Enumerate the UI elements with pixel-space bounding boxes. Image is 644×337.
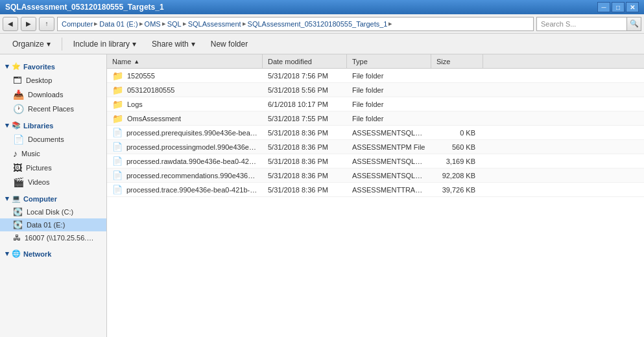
maximize-button[interactable]: □ [612, 2, 625, 12]
sidebar-item-music[interactable]: ♪ Music [0, 146, 106, 161]
column-header-type[interactable]: Type [347, 54, 431, 68]
table-row[interactable]: 📄 processed.trace.990e436e-bea0-421b-845… [107, 183, 644, 197]
toolbar: Organize ▾ Include in library ▾ Share wi… [0, 34, 644, 54]
sidebar-item-videos[interactable]: 🎬 Videos [0, 175, 106, 189]
share-label: Share with [152, 40, 189, 49]
file-size-cell: 0 KB [431, 129, 483, 137]
documents-icon: 📄 [13, 134, 24, 145]
file-icon: 📄 [112, 128, 123, 137]
file-date-cell: 6/1/2018 10:17 PM [263, 100, 347, 108]
toolbar-separator-1 [62, 38, 62, 51]
title-bar: SQLAssessment_053120180555_Targets_1 ─ □… [0, 0, 644, 14]
table-row[interactable]: 📁 1520555 5/31/2018 7:56 PM File folder [107, 69, 644, 83]
libraries-header[interactable]: ▾ 📚 Libraries [0, 119, 106, 132]
share-with-button[interactable]: Share with ▾ [145, 36, 202, 52]
libraries-chevron-icon: ▾ [5, 121, 9, 130]
file-type-cell: ASSESSMENTSQLR... [347, 157, 431, 165]
minimize-button[interactable]: ─ [597, 2, 610, 12]
sidebar-item-downloads[interactable]: 📥 Downloads [0, 87, 106, 102]
address-path[interactable]: Computer ▸ Data 01 (E:) ▸ OMS ▸ SQL ▸ SQ… [57, 17, 534, 31]
back-button[interactable]: ◀ [3, 17, 18, 31]
path-sql[interactable]: SQL [167, 20, 182, 28]
videos-icon: 🎬 [13, 177, 24, 187]
address-bar: ◀ ▶ ↑ Computer ▸ Data 01 (E:) ▸ OMS ▸ SQ… [0, 14, 644, 34]
file-name-cell: 📁 053120180555 [107, 85, 263, 95]
search-button[interactable]: 🔍 [627, 17, 641, 31]
column-header-size[interactable]: Size [431, 54, 483, 68]
file-type-cell: ASSESSMENTTRAC... [347, 186, 431, 194]
file-name-cell: 📁 OmsAssessment [107, 113, 263, 124]
file-size-cell: 560 KB [431, 143, 483, 151]
file-name-cell: 📄 processed.processingmodel.990e436e-bea… [107, 142, 263, 152]
column-header-name[interactable]: Name ▲ [107, 54, 263, 68]
file-date-cell: 5/31/2018 8:36 PM [263, 172, 347, 180]
file-date-cell: 5/31/2018 7:56 PM [263, 72, 347, 80]
computer-header[interactable]: ▾ 💻 Computer [0, 192, 106, 205]
path-drive[interactable]: Data 01 (E:) [99, 20, 137, 28]
file-date-cell: 5/31/2018 8:36 PM [263, 129, 347, 137]
path-sqlassessment[interactable]: SQLAssessment [188, 20, 241, 28]
table-row[interactable]: 📄 processed.processingmodel.990e436e-bea… [107, 140, 644, 154]
file-icon: 📄 [112, 185, 123, 194]
organize-label: Organize [12, 40, 44, 49]
table-row[interactable]: 📁 OmsAssessment 5/31/2018 7:55 PM File f… [107, 111, 644, 126]
downloads-icon: 📥 [13, 89, 24, 100]
favorites-header[interactable]: ▾ ⭐ Favorites [0, 60, 106, 73]
sidebar-item-recent[interactable]: 🕐 Recent Places [0, 102, 106, 116]
file-size-cell: 92,208 KB [431, 172, 483, 180]
network-section: ▾ 🌐 Network [0, 247, 106, 261]
sidebar-item-network-drive[interactable]: 🖧 16007 (\\170.25.56.2... [0, 231, 106, 244]
computer-chevron-icon: ▾ [5, 194, 9, 203]
file-icon: 📄 [112, 142, 123, 152]
local-disk-c-icon: 💽 [13, 207, 23, 216]
path-computer[interactable]: Computer [62, 20, 93, 28]
organize-chevron-icon: ▾ [47, 40, 51, 49]
table-row[interactable]: 📁 053120180555 5/31/2018 5:56 PM File fo… [107, 83, 644, 97]
favorites-section: ▾ ⭐ Favorites 🗔 Desktop 📥 Downloads 🕐 Re… [0, 60, 106, 116]
computer-icon: 💻 [12, 194, 21, 203]
organize-button[interactable]: Organize ▾ [5, 36, 58, 52]
sidebar-item-data01-e[interactable]: 💽 Data 01 (E:) [0, 218, 106, 231]
file-icon: 📄 [112, 170, 123, 180]
music-icon: ♪ [13, 148, 18, 159]
file-name: processed.rawdata.990e436e-bea0-421b-8..… [126, 157, 257, 165]
file-icon: 📄 [112, 156, 123, 166]
network-icon: 🌐 [12, 250, 21, 258]
file-name-cell: 📁 Logs [107, 99, 263, 110]
table-row[interactable]: 📄 processed.prerequisites.990e436e-bea0-… [107, 126, 644, 140]
window-title: SQLAssessment_053120180555_Targets_1 [5, 3, 597, 12]
table-row[interactable]: 📄 processed.rawdata.990e436e-bea0-421b-8… [107, 154, 644, 168]
file-type-cell: File folder [347, 72, 431, 80]
file-name: 053120180555 [127, 86, 174, 94]
new-folder-button[interactable]: New folder [204, 36, 255, 52]
sidebar-item-documents[interactable]: 📄 Documents [0, 132, 106, 146]
favorites-star-icon: ⭐ [12, 62, 21, 71]
file-size-cell: 39,726 KB [431, 186, 483, 194]
path-oms[interactable]: OMS [145, 20, 161, 28]
search-input[interactable]: Search S... [536, 17, 627, 31]
file-name: 1520555 [127, 72, 155, 80]
up-button[interactable]: ↑ [39, 17, 54, 31]
file-date-cell: 5/31/2018 8:36 PM [263, 157, 347, 165]
include-library-button[interactable]: Include in library ▾ [66, 36, 143, 52]
path-target[interactable]: SQLAssessment_053120180555_Targets_1 [248, 20, 388, 28]
table-row[interactable]: 📁 Logs 6/1/2018 10:17 PM File folder [107, 97, 644, 111]
sidebar-item-desktop[interactable]: 🗔 Desktop [0, 73, 106, 87]
libraries-section: ▾ 📚 Libraries 📄 Documents ♪ Music 🖼 Pict… [0, 119, 106, 189]
sidebar-item-pictures[interactable]: 🖼 Pictures [0, 161, 106, 175]
file-type-cell: File folder [347, 86, 431, 94]
column-header-date[interactable]: Date modified [263, 54, 347, 68]
file-type-cell: ASSESSMENTPM File [347, 143, 431, 151]
search-placeholder: Search S... [541, 20, 576, 28]
sidebar: ▾ ⭐ Favorites 🗔 Desktop 📥 Downloads 🕐 Re… [0, 54, 107, 337]
file-name: processed.recommendations.990e436e-bea..… [126, 172, 257, 180]
network-header[interactable]: ▾ 🌐 Network [0, 247, 106, 261]
forward-button[interactable]: ▶ [21, 17, 36, 31]
pictures-icon: 🖼 [13, 163, 22, 173]
file-date-cell: 5/31/2018 7:55 PM [263, 115, 347, 122]
file-date-cell: 5/31/2018 8:36 PM [263, 143, 347, 151]
sidebar-item-local-disk-c[interactable]: 💽 Local Disk (C:) [0, 205, 106, 218]
close-button[interactable]: ✕ [626, 2, 639, 12]
table-row[interactable]: 📄 processed.recommendations.990e436e-bea… [107, 168, 644, 183]
network-drive-icon: 🖧 [13, 233, 21, 242]
